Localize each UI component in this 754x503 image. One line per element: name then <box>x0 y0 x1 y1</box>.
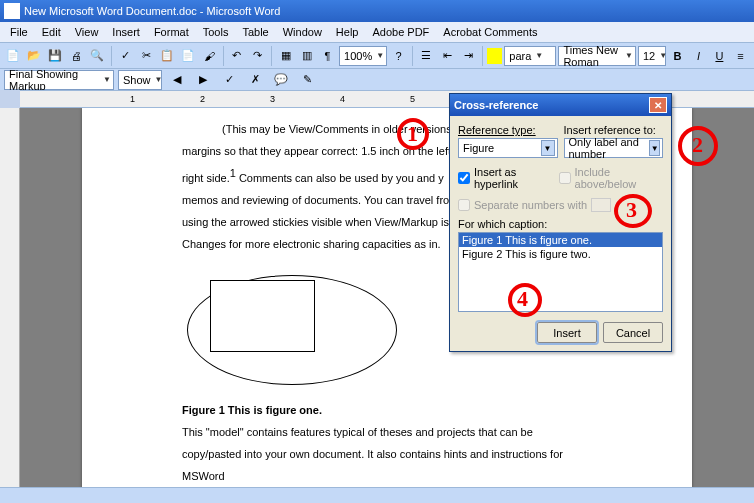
window-title: New Microsoft Word Document.doc - Micros… <box>24 5 280 17</box>
list-item[interactable]: Figure 2 This is figure two. <box>459 247 662 261</box>
menu-acrobat[interactable]: Acrobat Comments <box>437 24 543 40</box>
separator <box>223 46 224 66</box>
menu-file[interactable]: File <box>4 24 34 40</box>
print-button[interactable]: 🖨 <box>67 45 86 67</box>
separate-checkbox: Separate numbers with <box>458 198 663 212</box>
menu-table[interactable]: Table <box>236 24 274 40</box>
separator <box>111 46 112 66</box>
paste-button[interactable]: 📄 <box>179 45 198 67</box>
menu-tools[interactable]: Tools <box>197 24 235 40</box>
copy-button[interactable]: 📋 <box>158 45 177 67</box>
separator <box>271 46 272 66</box>
prev-change-button[interactable]: ◀ <box>166 69 188 91</box>
menu-insert[interactable]: Insert <box>106 24 146 40</box>
align-left-button[interactable]: ≡ <box>731 45 750 67</box>
menu-help[interactable]: Help <box>330 24 365 40</box>
comment-button[interactable]: 💬 <box>270 69 292 91</box>
statusbar <box>0 487 754 503</box>
insert-ref-label: Insert reference to: <box>564 124 664 136</box>
paragraph-marks-button[interactable]: ¶ <box>318 45 337 67</box>
insert-ref-select[interactable]: Only label and number▼ <box>564 138 664 158</box>
highlight-button[interactable] <box>487 48 503 64</box>
menu-adobepdf[interactable]: Adobe PDF <box>366 24 435 40</box>
hyperlink-checkbox[interactable]: Insert as hyperlink <box>458 166 553 190</box>
new-button[interactable]: 📄 <box>4 45 23 67</box>
spell-button[interactable]: ✓ <box>116 45 135 67</box>
close-icon[interactable]: ✕ <box>649 97 667 113</box>
redo-button[interactable]: ↷ <box>248 45 267 67</box>
menu-view[interactable]: View <box>69 24 105 40</box>
track-button[interactable]: ✎ <box>296 69 318 91</box>
doc-line: copy/pasted into your own document. It a… <box>182 443 592 487</box>
dialog-title: Cross-reference <box>454 99 538 111</box>
help-button[interactable]: ? <box>389 45 408 67</box>
format-painter-button[interactable]: 🖌 <box>200 45 219 67</box>
cancel-button[interactable]: Cancel <box>603 322 663 343</box>
open-button[interactable]: 📂 <box>25 45 44 67</box>
preview-button[interactable]: 🔍 <box>88 45 107 67</box>
menubar: File Edit View Insert Format Tools Table… <box>0 22 754 42</box>
show-combo[interactable]: Show▼ <box>118 70 162 90</box>
rectangle-shape[interactable] <box>210 280 315 352</box>
next-change-button[interactable]: ▶ <box>192 69 214 91</box>
columns-button[interactable]: ▥ <box>297 45 316 67</box>
ref-type-label: Reference type: <box>458 124 558 136</box>
ref-type-select[interactable]: Figure▼ <box>458 138 558 158</box>
list-button[interactable]: ☰ <box>417 45 436 67</box>
titlebar: New Microsoft Word Document.doc - Micros… <box>0 0 754 22</box>
reject-button[interactable]: ✗ <box>244 69 266 91</box>
accept-button[interactable]: ✓ <box>218 69 240 91</box>
cut-button[interactable]: ✂ <box>137 45 156 67</box>
toolbar-reviewing: Final Showing Markup▼ Show▼ ◀ ▶ ✓ ✗ 💬 ✎ <box>0 68 754 90</box>
separator <box>412 46 413 66</box>
insert-button[interactable]: Insert <box>537 322 597 343</box>
table-button[interactable]: ▦ <box>276 45 295 67</box>
which-caption-label: For which caption: <box>458 218 547 230</box>
save-button[interactable]: 💾 <box>46 45 65 67</box>
indent-right-button[interactable]: ⇥ <box>459 45 478 67</box>
figure-caption: Figure 1 This is figure one. <box>182 399 592 421</box>
style-combo[interactable]: para▼ <box>504 46 556 66</box>
markup-mode-combo[interactable]: Final Showing Markup▼ <box>4 70 114 90</box>
chevron-down-icon: ▼ <box>649 140 660 156</box>
caption-listbox[interactable]: Figure 1 This is figure one. Figure 2 Th… <box>458 232 663 312</box>
ruler-vertical[interactable] <box>0 108 20 487</box>
fontsize-combo[interactable]: 12▼ <box>638 46 666 66</box>
doc-line: This "model" contains features typical o… <box>182 421 592 443</box>
dialog-titlebar[interactable]: Cross-reference ✕ <box>450 94 671 116</box>
italic-button[interactable]: I <box>689 45 708 67</box>
bold-button[interactable]: B <box>668 45 687 67</box>
underline-button[interactable]: U <box>710 45 729 67</box>
chevron-down-icon: ▼ <box>541 140 555 156</box>
toolbar-standard: 📄 📂 💾 🖨 🔍 ✓ ✂ 📋 📄 🖌 ↶ ↷ ▦ ▥ ¶ 100%▼ ? ☰ … <box>0 42 754 68</box>
menu-format[interactable]: Format <box>148 24 195 40</box>
word-icon <box>4 3 20 19</box>
list-item[interactable]: Figure 1 This is figure one. <box>459 233 662 247</box>
menu-edit[interactable]: Edit <box>36 24 67 40</box>
font-combo[interactable]: Times New Roman▼ <box>558 46 636 66</box>
separator <box>482 46 483 66</box>
zoom-combo[interactable]: 100%▼ <box>339 46 387 66</box>
cross-reference-dialog: Cross-reference ✕ Reference type: Figure… <box>449 93 672 352</box>
indent-left-button[interactable]: ⇤ <box>438 45 457 67</box>
undo-button[interactable]: ↶ <box>227 45 246 67</box>
include-above-checkbox: Include above/below <box>559 166 663 190</box>
menu-window[interactable]: Window <box>277 24 328 40</box>
